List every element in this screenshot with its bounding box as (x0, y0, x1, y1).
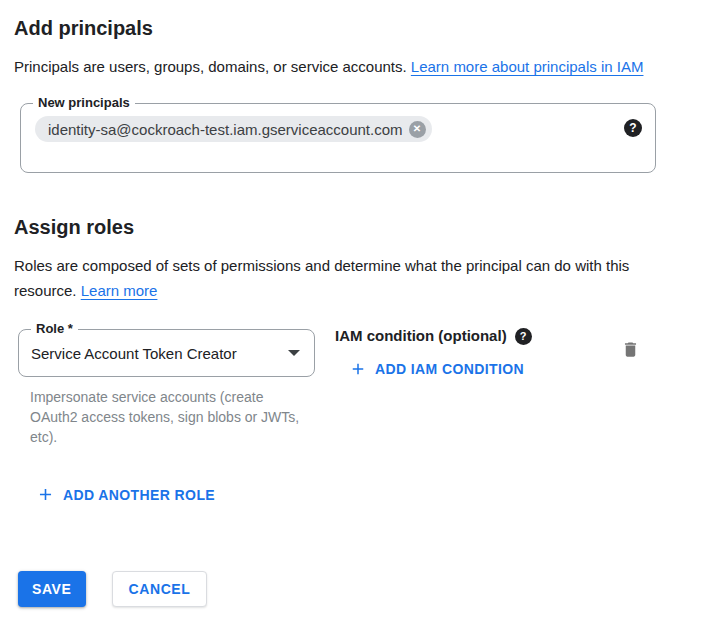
page-title: Add principals (14, 16, 699, 40)
intro-text: Principals are users, groups, domains, o… (14, 58, 411, 75)
cancel-button[interactable]: CANCEL (112, 571, 208, 607)
trash-icon (621, 348, 640, 363)
save-button[interactable]: SAVE (18, 571, 86, 607)
roles-description: Roles are composed of sets of permission… (14, 253, 644, 303)
role-helper-text: Impersonate service accounts (create OAu… (30, 387, 310, 447)
role-selected-value: Service Account Token Creator (31, 345, 288, 362)
role-label: Role * (31, 321, 78, 337)
add-another-role-label: ADD ANOTHER ROLE (63, 487, 215, 503)
add-another-role-button[interactable]: ADD ANOTHER ROLE (36, 485, 215, 504)
iam-condition-help-icon[interactable]: ? (515, 328, 532, 345)
principal-chip-label: identity-sa@cockroach-test.iam.gservicea… (48, 121, 403, 138)
role-column: Role * Service Account Token Creator Imp… (18, 329, 315, 447)
iam-condition-header: IAM condition (optional) ? (335, 326, 532, 346)
iam-condition-column: IAM condition (optional) ? ADD IAM CONDI… (335, 329, 532, 382)
chip-remove-icon[interactable]: ✕ (409, 121, 426, 138)
principals-help-icon[interactable]: ? (624, 119, 642, 137)
plus-icon (36, 485, 55, 504)
plus-icon (349, 360, 367, 378)
learn-more-principals-link[interactable]: Learn more about principals in IAM (411, 58, 644, 75)
new-principals-field[interactable]: New principals identity-sa@cockroach-tes… (20, 103, 656, 173)
add-iam-condition-button[interactable]: ADD IAM CONDITION (349, 360, 524, 378)
footer-actions: SAVE CANCEL (18, 571, 207, 607)
new-principals-label: New principals (33, 95, 135, 111)
add-iam-condition-label: ADD IAM CONDITION (375, 361, 524, 377)
iam-condition-label: IAM condition (optional) (335, 326, 507, 346)
role-row: Role * Service Account Token Creator Imp… (14, 329, 699, 447)
add-principals-panel: Add principals Principals are users, gro… (0, 0, 713, 629)
role-dropdown[interactable]: Role * Service Account Token Creator (18, 329, 315, 377)
delete-role-button[interactable] (621, 339, 640, 360)
intro-paragraph: Principals are users, groups, domains, o… (14, 54, 672, 79)
learn-more-roles-link[interactable]: Learn more (81, 282, 158, 299)
chevron-down-icon (288, 350, 300, 356)
principal-chip: identity-sa@cockroach-test.iam.gservicea… (35, 116, 432, 142)
assign-roles-title: Assign roles (14, 215, 699, 239)
